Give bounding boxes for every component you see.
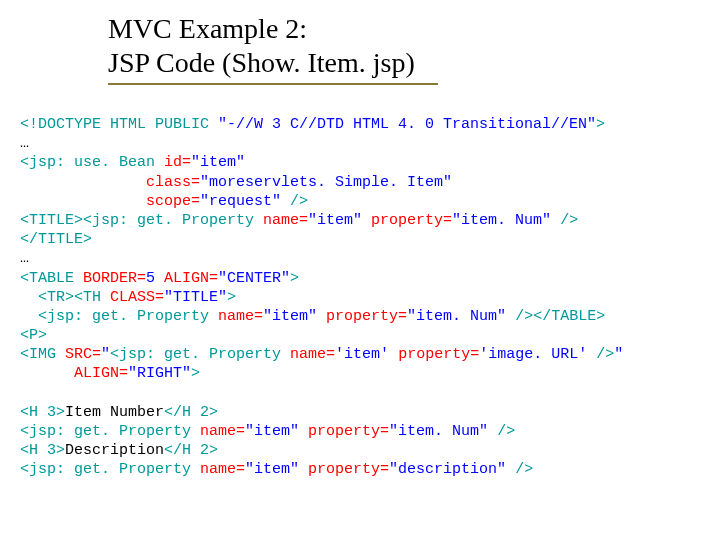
code-text: Item Number xyxy=(65,404,164,421)
code-token: "RIGHT" xyxy=(128,365,191,382)
code-token: <H 3> xyxy=(20,404,65,421)
code-token: <jsp: get. Property xyxy=(20,461,200,478)
code-token: 'image. URL' xyxy=(479,346,587,363)
code-token: " xyxy=(614,346,623,363)
code-token: "item" xyxy=(308,212,362,229)
code-token: <jsp: get. Property xyxy=(110,346,290,363)
code-token: "item. Num" xyxy=(407,308,506,325)
code-token: <jsp: get. Property xyxy=(20,423,200,440)
code-token: > xyxy=(191,365,200,382)
slide-title: MVC Example 2: JSP Code (Show. Item. jsp… xyxy=(108,12,700,85)
code-token: /> xyxy=(587,346,614,363)
code-token: <TR> xyxy=(20,289,74,306)
code-token: > xyxy=(290,270,299,287)
code-token: property= xyxy=(308,423,389,440)
code-token: <jsp: use. Bean xyxy=(20,154,164,171)
code-token: "description" xyxy=(389,461,506,478)
code-token: BORDER= xyxy=(83,270,146,287)
code-token: name= xyxy=(200,461,245,478)
code-token: name= xyxy=(200,423,245,440)
code-token: <jsp: get. Property xyxy=(83,212,263,229)
code-token: "item" xyxy=(191,154,245,171)
code-token: "item" xyxy=(245,461,299,478)
code-token: "request" xyxy=(200,193,281,210)
code-token: CLASS= xyxy=(110,289,164,306)
code-token: /> xyxy=(488,423,515,440)
code-token: scope= xyxy=(146,193,200,210)
code-token: /> xyxy=(506,308,533,325)
code-token: "CENTER" xyxy=(218,270,290,287)
code-token: /> xyxy=(506,461,533,478)
code-token: </H 2> xyxy=(164,404,218,421)
code-token: <H 3> xyxy=(20,442,65,459)
code-token: SRC= xyxy=(65,346,101,363)
title-line-2: JSP Code (Show. Item. jsp) xyxy=(108,46,700,80)
code-token: class= xyxy=(146,174,200,191)
code-token: … xyxy=(20,135,29,152)
code-token: ALIGN= xyxy=(155,270,218,287)
code-token: "item" xyxy=(245,423,299,440)
code-token: <TH xyxy=(74,289,110,306)
code-block: <!DOCTYPE HTML PUBLIC "-//W 3 C//DTD HTM… xyxy=(20,115,700,480)
code-token: "item. Num" xyxy=(389,423,488,440)
code-token: name= xyxy=(290,346,335,363)
code-token: "moreservlets. Simple. Item" xyxy=(200,174,452,191)
code-token: </TITLE> xyxy=(20,231,92,248)
code-token: property= xyxy=(371,212,452,229)
code-token: /> xyxy=(281,193,308,210)
code-token: "TITLE" xyxy=(164,289,227,306)
code-token: <P> xyxy=(20,327,47,344)
code-token: "-//W 3 C//DTD HTML 4. 0 Transitional//E… xyxy=(218,116,596,133)
code-token: <!DOCTYPE HTML PUBLIC xyxy=(20,116,218,133)
code-token: property= xyxy=(398,346,479,363)
code-token: 5 xyxy=(146,270,155,287)
code-indent xyxy=(20,365,65,382)
code-indent xyxy=(20,308,38,325)
code-token: </TABLE> xyxy=(533,308,605,325)
code-token: /> xyxy=(551,212,578,229)
code-token: property= xyxy=(308,461,389,478)
code-token: name= xyxy=(218,308,263,325)
code-token: property= xyxy=(326,308,407,325)
code-token: ALIGN= xyxy=(65,365,128,382)
code-text: Description xyxy=(65,442,164,459)
code-token: > xyxy=(596,116,605,133)
code-indent xyxy=(20,193,146,210)
code-token: "item. Num" xyxy=(452,212,551,229)
code-indent xyxy=(20,174,146,191)
title-line-1: MVC Example 2: xyxy=(108,12,700,46)
code-token: <TITLE> xyxy=(20,212,83,229)
code-token: " xyxy=(101,346,110,363)
code-token: <IMG xyxy=(20,346,65,363)
code-token: </H 2> xyxy=(164,442,218,459)
code-token: > xyxy=(227,289,236,306)
code-token: 'item' xyxy=(335,346,389,363)
code-token: "item" xyxy=(263,308,317,325)
code-token: <TABLE xyxy=(20,270,83,287)
code-token: name= xyxy=(263,212,308,229)
slide: MVC Example 2: JSP Code (Show. Item. jsp… xyxy=(0,0,720,540)
code-token: id= xyxy=(164,154,191,171)
code-token: … xyxy=(20,250,29,267)
code-token: <jsp: get. Property xyxy=(38,308,218,325)
title-underline xyxy=(108,83,438,85)
